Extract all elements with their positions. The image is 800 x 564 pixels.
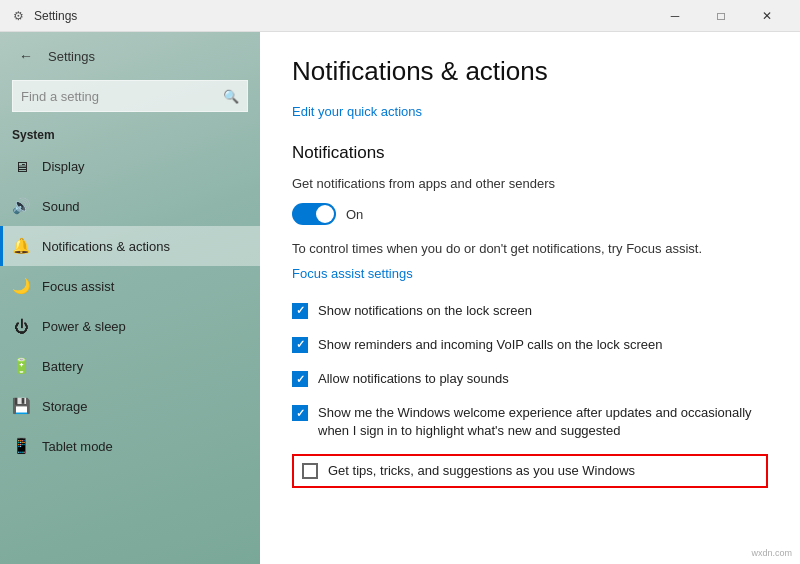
sidebar-item-power[interactable]: ⏻ Power & sleep bbox=[0, 306, 260, 346]
sidebar-app-title: Settings bbox=[48, 49, 95, 64]
checkbox-voip-label: Show reminders and incoming VoIP calls o… bbox=[318, 336, 662, 354]
search-input[interactable] bbox=[21, 89, 223, 104]
storage-icon: 💾 bbox=[12, 397, 30, 415]
maximize-button[interactable]: □ bbox=[698, 0, 744, 32]
sidebar: ← Settings 🔍 System 🖥 Display 🔊 Sound 🔔 … bbox=[0, 32, 260, 564]
content-area: Notifications & actions Edit your quick … bbox=[260, 32, 800, 564]
sidebar-item-label-battery: Battery bbox=[42, 359, 83, 374]
sidebar-item-label-storage: Storage bbox=[42, 399, 88, 414]
sidebar-item-battery[interactable]: 🔋 Battery bbox=[0, 346, 260, 386]
checkbox-welcome-label: Show me the Windows welcome experience a… bbox=[318, 404, 768, 440]
window-title: Settings bbox=[34, 9, 652, 23]
sidebar-item-label-tablet: Tablet mode bbox=[42, 439, 113, 454]
minimize-button[interactable]: ─ bbox=[652, 0, 698, 32]
power-icon: ⏻ bbox=[12, 318, 30, 335]
checkbox-tips-input[interactable] bbox=[302, 463, 318, 479]
back-button[interactable]: ← bbox=[12, 42, 40, 70]
sidebar-item-label-power: Power & sleep bbox=[42, 319, 126, 334]
checkbox-tips-label: Get tips, tricks, and suggestions as you… bbox=[328, 462, 635, 480]
sidebar-item-tablet[interactable]: 📱 Tablet mode bbox=[0, 426, 260, 466]
sidebar-item-sound[interactable]: 🔊 Sound bbox=[0, 186, 260, 226]
focus-assist-link[interactable]: Focus assist settings bbox=[292, 266, 413, 281]
sidebar-item-label-display: Display bbox=[42, 159, 85, 174]
sidebar-section-label: System bbox=[0, 120, 260, 146]
sidebar-item-focus[interactable]: 🌙 Focus assist bbox=[0, 266, 260, 306]
checkbox-tips-row: Get tips, tricks, and suggestions as you… bbox=[292, 454, 768, 488]
watermark: wxdn.com bbox=[751, 548, 792, 558]
sidebar-header: ← Settings bbox=[0, 32, 260, 76]
title-bar: ⚙ Settings ─ □ ✕ bbox=[0, 0, 800, 32]
sound-icon: 🔊 bbox=[12, 197, 30, 215]
battery-icon: 🔋 bbox=[12, 357, 30, 375]
search-icon: 🔍 bbox=[223, 89, 239, 104]
focus-icon: 🌙 bbox=[12, 277, 30, 295]
tablet-icon: 📱 bbox=[12, 437, 30, 455]
search-box[interactable]: 🔍 bbox=[12, 80, 248, 112]
close-button[interactable]: ✕ bbox=[744, 0, 790, 32]
display-icon: 🖥 bbox=[12, 158, 30, 175]
checkbox-lock-screen-label: Show notifications on the lock screen bbox=[318, 302, 532, 320]
checkbox-voip: Show reminders and incoming VoIP calls o… bbox=[292, 333, 768, 357]
sidebar-item-label-focus: Focus assist bbox=[42, 279, 114, 294]
page-title: Notifications & actions bbox=[292, 56, 768, 87]
checkbox-voip-input[interactable] bbox=[292, 337, 308, 353]
get-notifications-desc: Get notifications from apps and other se… bbox=[292, 175, 768, 193]
quick-actions-link[interactable]: Edit your quick actions bbox=[292, 104, 422, 119]
focus-assist-text: To control times when you do or don't ge… bbox=[292, 239, 768, 259]
sidebar-item-label-sound: Sound bbox=[42, 199, 80, 214]
checkbox-sounds-input[interactable] bbox=[292, 371, 308, 387]
toggle-label: On bbox=[346, 207, 363, 222]
notifications-toggle-row: On bbox=[292, 203, 768, 225]
checkbox-lock-screen-input[interactable] bbox=[292, 303, 308, 319]
notifications-section-title: Notifications bbox=[292, 143, 768, 163]
checkbox-welcome: Show me the Windows welcome experience a… bbox=[292, 401, 768, 443]
checkbox-lock-screen: Show notifications on the lock screen bbox=[292, 299, 768, 323]
sidebar-item-display[interactable]: 🖥 Display bbox=[0, 146, 260, 186]
main-layout: ← Settings 🔍 System 🖥 Display 🔊 Sound 🔔 … bbox=[0, 32, 800, 564]
settings-icon: ⚙ bbox=[10, 8, 26, 24]
window-controls: ─ □ ✕ bbox=[652, 0, 790, 32]
checkbox-sounds: Allow notifications to play sounds bbox=[292, 367, 768, 391]
checkbox-sounds-label: Allow notifications to play sounds bbox=[318, 370, 509, 388]
sidebar-item-label-notifications: Notifications & actions bbox=[42, 239, 170, 254]
notifications-icon: 🔔 bbox=[12, 237, 30, 255]
notifications-toggle[interactable] bbox=[292, 203, 336, 225]
sidebar-item-storage[interactable]: 💾 Storage bbox=[0, 386, 260, 426]
checkbox-welcome-input[interactable] bbox=[292, 405, 308, 421]
sidebar-item-notifications[interactable]: 🔔 Notifications & actions bbox=[0, 226, 260, 266]
